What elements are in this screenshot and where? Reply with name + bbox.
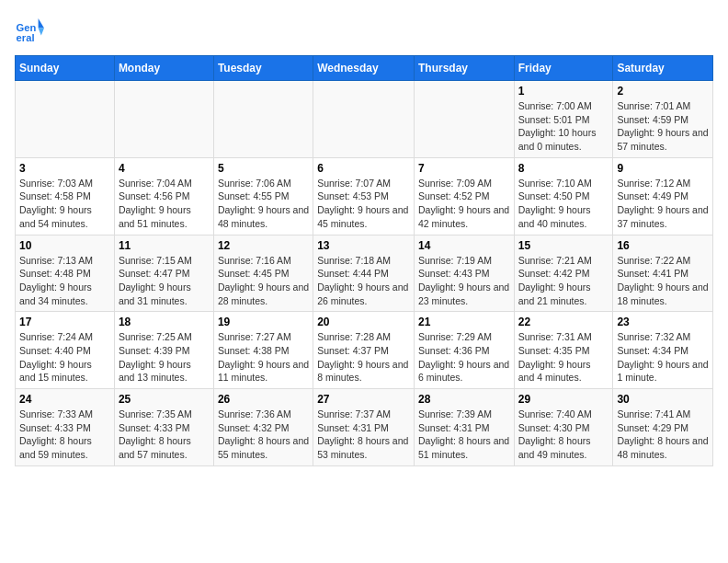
day-number: 19 [218, 316, 309, 328]
day-info: Sunrise: 7:27 AM Sunset: 4:38 PM Dayligh… [218, 330, 309, 385]
calendar-cell: 18Sunrise: 7:25 AM Sunset: 4:39 PM Dayli… [114, 312, 213, 389]
day-number: 7 [418, 162, 510, 175]
day-number: 29 [518, 393, 609, 406]
calendar-cell: 2Sunrise: 7:01 AM Sunset: 4:59 PM Daylig… [613, 81, 713, 158]
day-number: 27 [317, 393, 410, 406]
calendar-cell: 5Sunrise: 7:06 AM Sunset: 4:55 PM Daylig… [213, 157, 313, 235]
svg-marker-2 [39, 18, 44, 28]
calendar-week-row: 10Sunrise: 7:13 AM Sunset: 4:48 PM Dayli… [16, 235, 713, 312]
day-info: Sunrise: 7:22 AM Sunset: 4:41 PM Dayligh… [617, 254, 709, 308]
calendar-cell: 26Sunrise: 7:36 AM Sunset: 4:32 PM Dayli… [213, 389, 313, 466]
day-number: 12 [218, 239, 309, 252]
calendar-cell: 21Sunrise: 7:29 AM Sunset: 4:36 PM Dayli… [414, 312, 514, 389]
day-number: 4 [119, 162, 210, 175]
day-info: Sunrise: 7:13 AM Sunset: 4:48 PM Dayligh… [19, 254, 110, 308]
day-info: Sunrise: 7:39 AM Sunset: 4:31 PM Dayligh… [418, 408, 510, 462]
calendar-cell: 4Sunrise: 7:04 AM Sunset: 4:56 PM Daylig… [114, 157, 213, 235]
calendar-cell [313, 81, 415, 158]
calendar-cell: 1Sunrise: 7:00 AM Sunset: 5:01 PM Daylig… [514, 81, 613, 158]
calendar-cell: 23Sunrise: 7:32 AM Sunset: 4:34 PM Dayli… [613, 312, 713, 389]
day-info: Sunrise: 7:35 AM Sunset: 4:33 PM Dayligh… [119, 408, 210, 462]
day-number: 2 [617, 85, 709, 98]
calendar-cell: 30Sunrise: 7:41 AM Sunset: 4:29 PM Dayli… [613, 389, 713, 466]
day-number: 13 [317, 239, 410, 252]
weekday-header-wednesday: Wednesday [313, 56, 415, 81]
day-info: Sunrise: 7:40 AM Sunset: 4:30 PM Dayligh… [518, 408, 609, 462]
calendar-cell: 22Sunrise: 7:31 AM Sunset: 4:35 PM Dayli… [514, 312, 613, 389]
day-info: Sunrise: 7:10 AM Sunset: 4:50 PM Dayligh… [518, 177, 609, 231]
day-number: 11 [119, 239, 210, 252]
day-number: 28 [418, 393, 510, 406]
svg-text:eral: eral [17, 32, 35, 43]
calendar-week-row: 24Sunrise: 7:33 AM Sunset: 4:33 PM Dayli… [16, 389, 713, 466]
day-number: 21 [418, 316, 510, 328]
svg-marker-3 [39, 28, 44, 35]
day-info: Sunrise: 7:01 AM Sunset: 4:59 PM Dayligh… [617, 99, 709, 154]
day-info: Sunrise: 7:41 AM Sunset: 4:29 PM Dayligh… [617, 408, 709, 462]
day-info: Sunrise: 7:15 AM Sunset: 4:47 PM Dayligh… [119, 254, 210, 308]
day-info: Sunrise: 7:36 AM Sunset: 4:32 PM Dayligh… [218, 408, 309, 462]
logo: Gen eral [15, 15, 48, 44]
day-number: 16 [617, 239, 709, 252]
calendar-cell: 6Sunrise: 7:07 AM Sunset: 4:53 PM Daylig… [313, 157, 415, 235]
svg-text:Gen: Gen [17, 22, 37, 33]
calendar-week-row: 3Sunrise: 7:03 AM Sunset: 4:58 PM Daylig… [16, 157, 713, 235]
calendar-cell: 8Sunrise: 7:10 AM Sunset: 4:50 PM Daylig… [514, 157, 613, 235]
calendar-cell: 20Sunrise: 7:28 AM Sunset: 4:37 PM Dayli… [313, 312, 415, 389]
calendar-cell: 25Sunrise: 7:35 AM Sunset: 4:33 PM Dayli… [114, 389, 213, 466]
calendar-week-row: 17Sunrise: 7:24 AM Sunset: 4:40 PM Dayli… [16, 312, 713, 389]
calendar-cell: 11Sunrise: 7:15 AM Sunset: 4:47 PM Dayli… [114, 235, 213, 312]
day-number: 18 [119, 316, 210, 328]
calendar-table: SundayMondayTuesdayWednesdayThursdayFrid… [15, 55, 713, 466]
calendar-cell: 7Sunrise: 7:09 AM Sunset: 4:52 PM Daylig… [414, 157, 514, 235]
day-info: Sunrise: 7:18 AM Sunset: 4:44 PM Dayligh… [317, 254, 410, 308]
day-info: Sunrise: 7:16 AM Sunset: 4:45 PM Dayligh… [218, 254, 309, 308]
day-number: 8 [518, 162, 609, 175]
calendar-cell: 13Sunrise: 7:18 AM Sunset: 4:44 PM Dayli… [313, 235, 415, 312]
weekday-header-monday: Monday [114, 56, 213, 81]
calendar-cell: 15Sunrise: 7:21 AM Sunset: 4:42 PM Dayli… [514, 235, 613, 312]
day-info: Sunrise: 7:04 AM Sunset: 4:56 PM Dayligh… [119, 177, 210, 231]
calendar-cell: 24Sunrise: 7:33 AM Sunset: 4:33 PM Dayli… [16, 389, 115, 466]
calendar-cell: 17Sunrise: 7:24 AM Sunset: 4:40 PM Dayli… [16, 312, 115, 389]
calendar-cell: 28Sunrise: 7:39 AM Sunset: 4:31 PM Dayli… [414, 389, 514, 466]
day-number: 30 [617, 393, 709, 406]
day-number: 10 [19, 239, 110, 252]
weekday-header-saturday: Saturday [613, 56, 713, 81]
day-info: Sunrise: 7:09 AM Sunset: 4:52 PM Dayligh… [418, 177, 510, 231]
day-number: 9 [617, 162, 709, 175]
day-number: 1 [518, 85, 609, 98]
logo-icon: Gen eral [15, 15, 44, 44]
weekday-header-thursday: Thursday [414, 56, 514, 81]
day-number: 14 [418, 239, 510, 252]
day-info: Sunrise: 7:28 AM Sunset: 4:37 PM Dayligh… [317, 330, 410, 385]
day-number: 15 [518, 239, 609, 252]
header: Gen eral [15, 15, 713, 44]
calendar-cell: 10Sunrise: 7:13 AM Sunset: 4:48 PM Dayli… [16, 235, 115, 312]
day-info: Sunrise: 7:29 AM Sunset: 4:36 PM Dayligh… [418, 330, 510, 385]
calendar-cell [16, 81, 115, 158]
day-info: Sunrise: 7:33 AM Sunset: 4:33 PM Dayligh… [19, 408, 110, 462]
calendar-cell: 27Sunrise: 7:37 AM Sunset: 4:31 PM Dayli… [313, 389, 415, 466]
day-info: Sunrise: 7:25 AM Sunset: 4:39 PM Dayligh… [119, 330, 210, 385]
day-info: Sunrise: 7:12 AM Sunset: 4:49 PM Dayligh… [617, 177, 709, 231]
day-info: Sunrise: 7:21 AM Sunset: 4:42 PM Dayligh… [518, 254, 609, 308]
day-number: 5 [218, 162, 309, 175]
weekday-header-friday: Friday [514, 56, 613, 81]
day-info: Sunrise: 7:32 AM Sunset: 4:34 PM Dayligh… [617, 330, 709, 385]
calendar-cell [114, 81, 213, 158]
calendar-cell: 29Sunrise: 7:40 AM Sunset: 4:30 PM Dayli… [514, 389, 613, 466]
calendar-cell [414, 81, 514, 158]
calendar-cell: 3Sunrise: 7:03 AM Sunset: 4:58 PM Daylig… [16, 157, 115, 235]
day-number: 26 [218, 393, 309, 406]
day-info: Sunrise: 7:31 AM Sunset: 4:35 PM Dayligh… [518, 330, 609, 385]
day-info: Sunrise: 7:19 AM Sunset: 4:43 PM Dayligh… [418, 254, 510, 308]
day-number: 25 [119, 393, 210, 406]
weekday-header-row: SundayMondayTuesdayWednesdayThursdayFrid… [16, 56, 713, 81]
day-info: Sunrise: 7:06 AM Sunset: 4:55 PM Dayligh… [218, 177, 309, 231]
day-number: 24 [19, 393, 110, 406]
day-info: Sunrise: 7:03 AM Sunset: 4:58 PM Dayligh… [19, 177, 110, 231]
day-info: Sunrise: 7:37 AM Sunset: 4:31 PM Dayligh… [317, 408, 410, 462]
day-info: Sunrise: 7:07 AM Sunset: 4:53 PM Dayligh… [317, 177, 410, 231]
day-number: 3 [19, 162, 110, 175]
